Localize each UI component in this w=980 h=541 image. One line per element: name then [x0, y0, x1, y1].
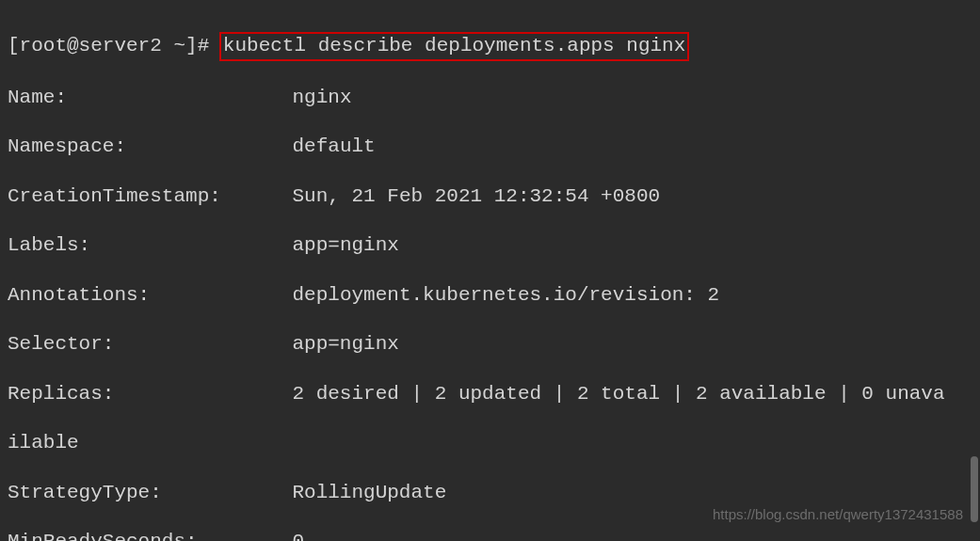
- output-name: Name: nginx: [8, 86, 972, 110]
- command-text: kubectl describe deployments.apps nginx: [219, 32, 689, 60]
- output-strategy: StrategyType: RollingUpdate: [8, 481, 972, 505]
- output-replicas: Replicas: 2 desired | 2 updated | 2 tota…: [8, 382, 972, 406]
- output-selector: Selector: app=nginx: [8, 332, 972, 357]
- command-line: [root@server2 ~]# kubectl describe deplo…: [8, 32, 972, 60]
- output-replicas-wrap: ilable: [8, 431, 972, 455]
- output-minready: MinReadySeconds: 0: [8, 530, 972, 541]
- scrollbar-thumb[interactable]: [971, 456, 978, 522]
- output-namespace: Namespace: default: [8, 135, 972, 159]
- output-annotations: Annotations: deployment.kubernetes.io/re…: [8, 283, 972, 308]
- output-creation: CreationTimestamp: Sun, 21 Feb 2021 12:3…: [8, 184, 972, 209]
- watermark-text: https://blog.csdn.net/qwerty1372431588: [713, 506, 963, 524]
- output-labels: Labels: app=nginx: [8, 233, 972, 258]
- terminal-output[interactable]: [root@server2 ~]# kubectl describe deplo…: [8, 8, 972, 541]
- shell-prompt: [root@server2 ~]#: [8, 35, 221, 56]
